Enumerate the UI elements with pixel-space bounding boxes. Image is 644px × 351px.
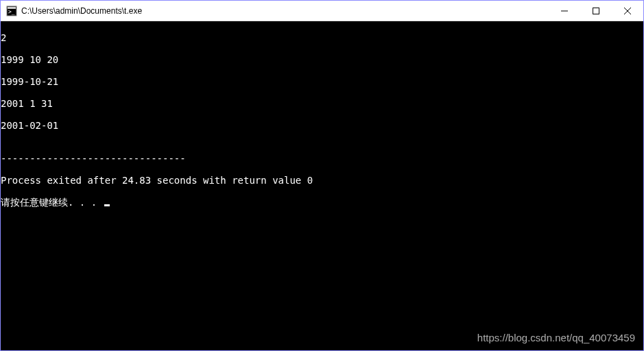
cursor-icon — [104, 204, 110, 206]
window-title: C:\Users\admin\Documents\t.exe — [21, 6, 549, 16]
console-line: Process exited after 24.83 seconds with … — [1, 175, 643, 186]
minimize-button[interactable] — [549, 1, 580, 21]
console-window: >_ C:\Users\admin\Documents\t.exe 2 1999… — [0, 0, 644, 351]
app-icon: >_ — [6, 5, 17, 16]
console-line: 2001-02-01 — [1, 120, 643, 131]
console-line: 2 — [1, 32, 643, 43]
prompt-text: 请按任意键继续. . . — [1, 197, 103, 208]
console-line: 1999 10 20 — [1, 54, 643, 65]
svg-rect-4 — [593, 8, 599, 14]
console-output[interactable]: 2 1999 10 20 1999-10-21 2001 1 31 2001-0… — [1, 21, 643, 350]
titlebar[interactable]: >_ C:\Users\admin\Documents\t.exe — [1, 1, 643, 21]
console-line: 1999-10-21 — [1, 76, 643, 87]
maximize-button[interactable] — [580, 1, 612, 21]
console-line: -------------------------------- — [1, 153, 643, 164]
console-prompt-line: 请按任意键继续. . . — [1, 197, 643, 208]
svg-text:>_: >_ — [8, 9, 15, 15]
close-button[interactable] — [612, 1, 643, 21]
window-controls — [549, 1, 643, 21]
console-line: 2001 1 31 — [1, 98, 643, 109]
watermark-text: https://blog.csdn.net/qq_40073459 — [477, 332, 635, 343]
